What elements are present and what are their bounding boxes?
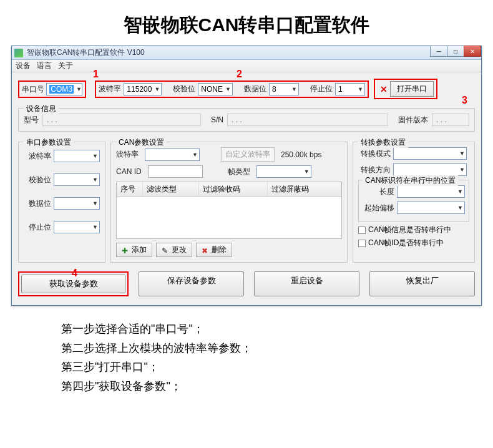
length-select[interactable]: ▼ bbox=[397, 185, 465, 198]
factory-reset-button[interactable]: 恢复出厂 bbox=[369, 271, 475, 296]
menu-about[interactable]: 关于 bbox=[58, 61, 73, 71]
minimize-button[interactable]: ─ bbox=[430, 46, 447, 57]
highlight-serial-params: 波特率 115200▼ 校验位 NONE▼ 数据位 8▼ 停止位 1▼ bbox=[95, 80, 369, 98]
delete-button[interactable]: ✖删除 bbox=[196, 243, 232, 257]
port-select[interactable]: COM3▼ bbox=[46, 83, 82, 95]
marker-4: 4 bbox=[72, 268, 77, 279]
custom-baud-value: 250.00k bps bbox=[281, 150, 321, 159]
app-icon bbox=[14, 49, 23, 57]
page-title: 智嵌物联CAN转串口配置软件 bbox=[0, 0, 493, 46]
open-port-button[interactable]: 打开串口 bbox=[390, 81, 434, 97]
col-mask: 过滤屏蔽码 bbox=[268, 182, 341, 197]
filter-table: 序号 滤波类型 过滤验收码 过滤屏蔽码 bbox=[116, 182, 342, 239]
can-id-label: CAN ID bbox=[116, 167, 142, 176]
can-id-input[interactable] bbox=[148, 165, 203, 178]
conv-dir-label: 转换方向 bbox=[358, 165, 391, 175]
frame-type-select[interactable]: ▼ bbox=[256, 165, 311, 178]
delete-icon: ✖ bbox=[202, 246, 209, 254]
convert-group: 转换参数设置 转换模式▼ 转换方向▼ CAN标识符在串行中的位置 长度▼ 起始偏… bbox=[353, 142, 475, 263]
conv-mode-label: 转换模式 bbox=[358, 149, 391, 159]
highlight-open-port: ✕ 打开串口 bbox=[374, 79, 437, 99]
menu-device[interactable]: 设备 bbox=[16, 61, 31, 71]
maximize-button[interactable]: □ bbox=[447, 46, 464, 57]
step-1: 第一步选择合适的"串口号"； bbox=[61, 319, 493, 339]
conv-dir-select[interactable]: ▼ bbox=[393, 163, 467, 176]
s-baud-select[interactable]: ▼ bbox=[54, 150, 100, 162]
step-4: 第四步"获取设备参数"； bbox=[61, 377, 493, 396]
menubar: 设备 语言 关于 bbox=[12, 60, 481, 72]
s-parity-label: 校验位 bbox=[24, 175, 51, 185]
chk-frameid-label: CAN帧ID是否转串行中 bbox=[368, 238, 444, 248]
sn-label: S/N bbox=[211, 115, 223, 124]
custom-baud-button[interactable]: 自定义波特率 bbox=[221, 147, 275, 162]
titlebar: 智嵌物联CAN转串口配置软件 V100 ─ □ ✕ bbox=[12, 46, 481, 60]
port-label: 串口号 bbox=[22, 85, 44, 94]
save-params-button[interactable]: 保存设备参数 bbox=[139, 271, 244, 296]
s-stopbits-select[interactable]: ▼ bbox=[54, 221, 100, 233]
position-group: CAN标识符在串行中的位置 长度▼ 起始偏移▼ bbox=[358, 180, 469, 222]
window-title: 智嵌物联CAN转串口配置软件 V100 bbox=[27, 47, 145, 58]
step-3: 第三步"打开串口"； bbox=[61, 358, 493, 377]
baud-select[interactable]: 115200▼ bbox=[124, 83, 162, 95]
position-title: CAN标识符在串行中的位置 bbox=[363, 175, 458, 186]
add-icon: ✚ bbox=[122, 246, 129, 254]
menu-language[interactable]: 语言 bbox=[37, 61, 52, 71]
can-baud-select[interactable]: ▼ bbox=[145, 149, 200, 161]
marker-1: 1 bbox=[93, 69, 99, 80]
stopbits-select[interactable]: 1▼ bbox=[335, 83, 365, 95]
chk-frameinfo[interactable] bbox=[358, 226, 366, 234]
client-area: 1 2 3 串口号 COM3▼ 波特率 115200▼ 校验位 NONE▼ 数据… bbox=[12, 72, 481, 305]
fw-label: 固件版本 bbox=[398, 115, 428, 125]
convert-title: 转换参数设置 bbox=[358, 137, 408, 148]
col-accept: 过滤验收码 bbox=[199, 182, 268, 197]
sn-value: . . . bbox=[227, 114, 388, 126]
col-seq: 序号 bbox=[117, 182, 143, 197]
step-2: 第二步选择上次模块的波特率等参数； bbox=[61, 339, 493, 358]
s-parity-select[interactable]: ▼ bbox=[54, 173, 100, 186]
s-databits-label: 数据位 bbox=[24, 198, 51, 209]
chk-frameinfo-label: CAN帧信息是否转串行中 bbox=[368, 225, 451, 235]
marker-2: 2 bbox=[237, 69, 242, 80]
chk-frameid[interactable] bbox=[358, 240, 366, 247]
can-baud-label: 波特率 bbox=[116, 149, 139, 160]
baud-label: 波特率 bbox=[99, 84, 121, 94]
devinfo-title: 设备信息 bbox=[24, 104, 59, 114]
offset-label: 起始偏移 bbox=[363, 203, 394, 213]
col-filter-type: 滤波类型 bbox=[143, 182, 199, 197]
can-group: CAN参数设置 波特率 ▼ 自定义波特率 250.00k bps CAN ID … bbox=[110, 142, 348, 263]
databits-select[interactable]: 8▼ bbox=[269, 83, 299, 95]
edit-icon: ✎ bbox=[162, 246, 169, 254]
serial-group: 串口参数设置 波特率▼ 校验位▼ 数据位▼ 停止位▼ bbox=[18, 142, 105, 263]
window: 智嵌物联CAN转串口配置软件 V100 ─ □ ✕ 设备 语言 关于 1 2 3… bbox=[11, 46, 482, 306]
restart-button[interactable]: 重启设备 bbox=[254, 271, 359, 296]
fw-value: . . . bbox=[432, 114, 469, 126]
parity-select[interactable]: NONE▼ bbox=[198, 83, 233, 95]
databits-label: 数据位 bbox=[244, 84, 266, 94]
offset-select[interactable]: ▼ bbox=[397, 202, 465, 214]
port-status-icon: ✕ bbox=[378, 84, 390, 94]
model-label: 型号 bbox=[24, 115, 39, 125]
s-stopbits-label: 停止位 bbox=[24, 222, 51, 233]
highlight-port: 串口号 COM3▼ bbox=[18, 80, 86, 98]
parity-label: 校验位 bbox=[173, 84, 195, 94]
stopbits-label: 停止位 bbox=[310, 84, 333, 94]
can-title: CAN参数设置 bbox=[116, 137, 167, 148]
instructions: 第一步选择合适的"串口号"； 第二步选择上次模块的波特率等参数； 第三步"打开串… bbox=[61, 319, 493, 396]
serial-title: 串口参数设置 bbox=[24, 137, 74, 148]
conv-mode-select[interactable]: ▼ bbox=[393, 147, 467, 160]
s-databits-select[interactable]: ▼ bbox=[54, 197, 100, 210]
length-label: 长度 bbox=[363, 187, 394, 197]
edit-button[interactable]: ✎更改 bbox=[156, 243, 192, 257]
marker-3: 3 bbox=[462, 95, 467, 106]
close-button[interactable]: ✕ bbox=[464, 46, 481, 57]
s-baud-label: 波特率 bbox=[24, 151, 51, 162]
add-button[interactable]: ✚添加 bbox=[116, 243, 152, 257]
frame-type-label: 帧类型 bbox=[228, 167, 250, 177]
devinfo-group: 设备信息 型号 . . . S/N . . . 固件版本 . . . bbox=[18, 108, 475, 132]
top-toolbar: 串口号 COM3▼ 波特率 115200▼ 校验位 NONE▼ 数据位 8▼ 停… bbox=[18, 76, 475, 104]
model-value: . . . bbox=[42, 114, 201, 126]
